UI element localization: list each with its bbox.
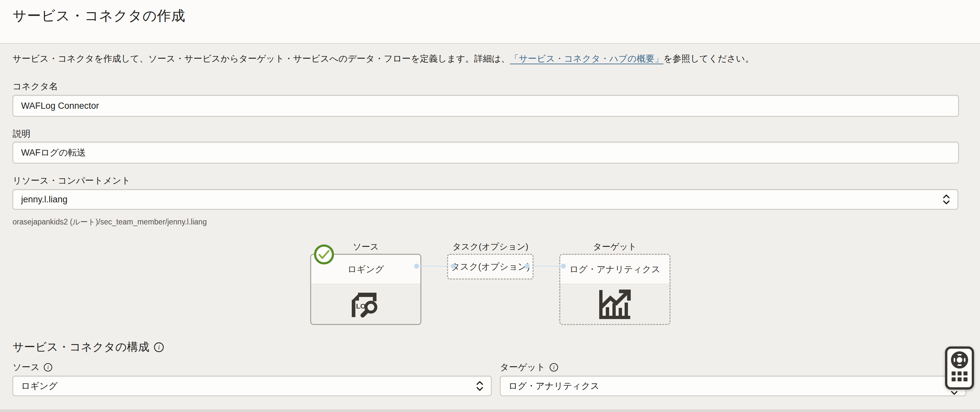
compartment-label: リソース・コンパートメント <box>13 175 130 187</box>
floating-toolbar <box>945 346 974 390</box>
svg-text:i: i <box>48 364 49 371</box>
intro-before-link: サービス・コネクタを作成して、ソース・サービスからターゲット・サービスへのデータ… <box>13 54 510 63</box>
chevron-updown-icon <box>942 193 950 206</box>
config-section-heading: サービス・コネクタの構成 i <box>13 339 164 355</box>
compartment-select-value: jenny.l.liang <box>21 195 68 205</box>
config-target-select-value: ログ・アナリティクス <box>509 380 600 392</box>
diagram-task-label: タスク(オプション) <box>447 241 533 252</box>
intro-after-link: を参照してください。 <box>663 54 754 63</box>
overview-link[interactable]: 「サービス・コネクタ・ハブの概要」 <box>510 54 663 63</box>
config-target-select[interactable]: ログ・アナリティクス <box>500 376 966 396</box>
info-icon[interactable]: i <box>154 342 164 352</box>
log-analytics-chart-icon <box>598 289 632 320</box>
compartment-select[interactable]: jenny.l.liang <box>13 189 958 210</box>
target-card: ログ・アナリティクス <box>559 254 670 325</box>
config-source-select[interactable]: ロギング <box>13 376 492 396</box>
task-card: タスク(オプション) <box>447 254 533 279</box>
bottom-divider <box>0 409 980 412</box>
connector-name-label: コネクタ名 <box>13 81 58 92</box>
connector-name-input[interactable] <box>13 95 959 117</box>
diagram-target-label: ターゲット <box>559 241 670 252</box>
task-card-service: タスク(オプション) <box>451 261 530 273</box>
config-target-label: ターゲット i <box>500 361 558 373</box>
page-title: サービス・コネクタの作成 <box>13 6 185 25</box>
connector-dot <box>451 264 456 269</box>
intro-text: サービス・コネクタを作成して、ソース・サービスからターゲット・サービスへのデータ… <box>13 52 754 65</box>
chevron-updown-icon <box>476 380 484 392</box>
description-input[interactable] <box>13 142 959 163</box>
target-card-service: ログ・アナリティクス <box>560 255 670 284</box>
connector-dot <box>414 264 419 269</box>
help-lifering-icon[interactable] <box>950 351 969 369</box>
info-icon[interactable]: i <box>549 363 558 372</box>
info-icon[interactable]: i <box>43 363 52 372</box>
connector-dot <box>561 264 566 269</box>
svg-text:i: i <box>553 364 555 371</box>
logging-logs-icon: LOGS <box>350 290 382 319</box>
description-label: 説明 <box>13 128 30 140</box>
compartment-path: orasejapankids2 (ルート)/sec_team_member/je… <box>13 217 207 227</box>
config-source-label: ソース i <box>13 361 52 373</box>
connector-dot <box>525 264 530 269</box>
valid-check-icon <box>314 244 334 265</box>
quick-actions-grid-icon[interactable] <box>951 371 967 381</box>
config-source-select-value: ロギング <box>21 380 58 392</box>
svg-text:i: i <box>158 344 160 351</box>
page-header: サービス・コネクタの作成 <box>0 0 980 44</box>
